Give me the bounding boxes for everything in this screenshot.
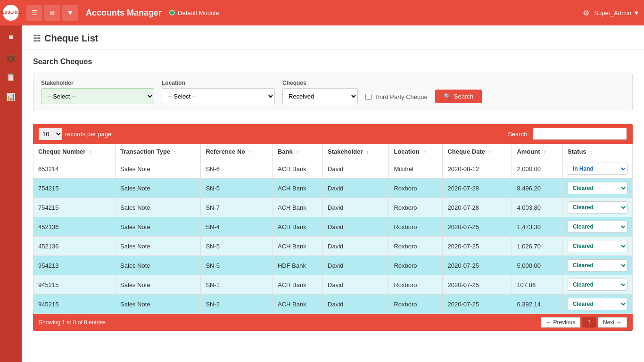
table-row: 954213Sales NoteSN-5HDF BankDavidRoxboro… <box>33 256 633 275</box>
status-select[interactable]: In HandClearedDepositedReturned <box>568 221 627 233</box>
cell-2: SN-4 <box>201 217 273 237</box>
sort-icon-stakeholder: ↕ <box>366 149 369 155</box>
cell-1: Sales Note <box>116 198 201 217</box>
records-per-page-select[interactable]: 10 25 50 100 <box>39 128 62 140</box>
page-1-button[interactable]: 1 <box>582 317 596 328</box>
cell-6: 2020-07-28 <box>443 198 512 217</box>
prev-button[interactable]: ← Previous <box>541 317 580 328</box>
table-row: 754215Sales NoteSN-5ACH BankDavidRoxboro… <box>33 179 633 198</box>
page-title: ☷ Cheque List <box>33 33 633 44</box>
cell-4: David <box>323 295 389 314</box>
cell-1: Sales Note <box>116 275 201 295</box>
col-status: Status ↕ <box>562 144 632 159</box>
status-select[interactable]: In HandClearedDepositedReturned <box>568 259 627 272</box>
status-select[interactable]: In HandClearedDepositedReturned <box>568 279 627 291</box>
cell-4: David <box>323 198 389 217</box>
user-menu-button[interactable]: Super_Admin ▼ <box>594 9 639 16</box>
cell-7: 2,000.00 <box>512 159 562 179</box>
cell-1: Sales Note <box>116 256 201 275</box>
table-row: 452136Sales NoteSN-4ACH BankDavidRoxboro… <box>33 217 633 237</box>
cell-4: David <box>323 159 389 179</box>
cell-3: ACH Bank <box>272 217 322 237</box>
sort-icon-status: ↕ <box>590 149 592 155</box>
app-title: Accounts Manager <box>86 8 162 18</box>
status-select[interactable]: In HandClearedDepositedReturned <box>568 201 627 214</box>
col-reference-no: Reference No ↕ <box>201 144 273 159</box>
user-dropdown-icon: ▼ <box>633 9 639 16</box>
chevron-button[interactable]: ▼ <box>62 5 78 21</box>
main-wrapper: ☰ ⊛ ▼ Accounts Manager Default Module ⚙ … <box>22 0 644 362</box>
table-footer: Showing 1 to 8 of 8 entries ← Previous 1… <box>33 314 633 331</box>
showing-text: Showing 1 to 8 of 8 entries <box>39 319 106 326</box>
status-select[interactable]: In HandClearedDepositedReturned <box>568 298 627 310</box>
navbar-right: ⚙ Super_Admin ▼ <box>583 8 639 17</box>
next-button[interactable]: Next → <box>598 317 627 328</box>
sort-icon-location: ↕ <box>423 149 425 155</box>
table-search-label: Search: <box>508 131 529 138</box>
grid-button[interactable]: ⊛ <box>44 5 60 21</box>
records-per-page-control: 10 25 50 100 records per page <box>39 128 111 140</box>
status-select[interactable]: In HandClearedDepositedReturned <box>568 240 627 252</box>
col-cheque-number: Cheque Number ↕ <box>33 144 116 159</box>
cell-0: 945215 <box>33 275 116 295</box>
table-row: 653214Sales NoteSN-6ACH BankDavidMitchel… <box>33 159 633 179</box>
cell-5: Roxboro <box>389 295 443 314</box>
cell-2: SN-5 <box>201 179 273 198</box>
cell-4: David <box>323 217 389 237</box>
records-per-page-label: records per page <box>65 131 111 138</box>
cheques-select[interactable]: ReceivedIssued <box>282 88 358 104</box>
cell-3: ACH Bank <box>272 159 322 179</box>
table-body: 653214Sales NoteSN-6ACH BankDavidMitchel… <box>33 159 633 314</box>
sort-icon-cheque-number: ↕ <box>89 149 91 155</box>
location-label: Location <box>162 80 275 86</box>
cell-2: SN-6 <box>201 159 273 179</box>
search-box: Stakeholder -- Select -- Location -- Sel… <box>33 73 633 111</box>
sidebar-logo[interactable]: REDSERIES <box>0 0 22 25</box>
cell-7: 6,392.14 <box>512 295 562 314</box>
table-row: 754215Sales NoteSN-7ACH BankDavidRoxboro… <box>33 198 633 217</box>
cell-6: 2020-08-12 <box>443 159 512 179</box>
stakeholder-select[interactable]: -- Select -- <box>41 88 154 104</box>
cell-6: 2020-07-25 <box>443 295 512 314</box>
sidebar-item-accounts[interactable]: 💼 <box>0 47 22 67</box>
navbar-left: ☰ ⊛ ▼ Accounts Manager Default Module <box>26 5 219 21</box>
third-party-checkbox[interactable] <box>365 94 372 100</box>
col-cheque-date: Cheque Date ↕ <box>443 144 512 159</box>
cell-7: 5,000.00 <box>512 256 562 275</box>
col-location: Location ↕ <box>389 144 443 159</box>
cell-4: David <box>323 179 389 198</box>
status-cell: In HandClearedDepositedReturned <box>562 237 632 256</box>
cell-3: ACH Bank <box>272 179 322 198</box>
stakeholder-label: Stakeholder <box>41 80 154 86</box>
table-search-control: Search: <box>508 128 627 140</box>
cell-5: Mitchel <box>389 159 443 179</box>
cell-3: ACH Bank <box>272 295 322 314</box>
table-row: 945215Sales NoteSN-2ACH BankDavidRoxboro… <box>33 295 633 314</box>
cell-2: SN-5 <box>201 256 273 275</box>
sidebar-item-charts[interactable]: 📊 <box>0 87 22 107</box>
cell-7: 1,473.30 <box>512 217 562 237</box>
search-button[interactable]: 🔍 Search <box>435 90 482 103</box>
hamburger-button[interactable]: ☰ <box>26 5 42 21</box>
status-select[interactable]: In HandClearedDepositedReturned <box>568 163 627 175</box>
cell-3: ACH Bank <box>272 275 322 295</box>
cell-6: 2020-07-28 <box>443 179 512 198</box>
settings-button[interactable]: ⚙ <box>583 8 589 17</box>
page-header: ☷ Cheque List <box>22 25 644 50</box>
col-bank: Bank ↕ <box>272 144 322 159</box>
table-search-input[interactable] <box>533 128 627 140</box>
sort-icon-amount: ↕ <box>544 149 546 155</box>
col-amount: Amount ↕ <box>512 144 562 159</box>
cell-6: 2020-07-25 <box>443 275 512 295</box>
location-select[interactable]: -- Select -- <box>162 88 275 104</box>
search-section: Search Cheques Stakeholder -- Select -- … <box>22 50 644 119</box>
status-select[interactable]: In HandClearedDepositedReturned <box>568 182 627 194</box>
module-indicator <box>169 10 175 16</box>
navbar: ☰ ⊛ ▼ Accounts Manager Default Module ⚙ … <box>22 0 644 25</box>
cell-0: 653214 <box>33 159 116 179</box>
sidebar-item-dashboard[interactable]: ■ <box>0 27 22 47</box>
cell-7: 4,003.80 <box>512 198 562 217</box>
table-header-row: Cheque Number ↕ Transaction Type ↕ Refer… <box>33 144 633 159</box>
sidebar-item-reports[interactable]: 📋 <box>0 67 22 87</box>
cheques-field: Cheques ReceivedIssued <box>282 80 358 104</box>
